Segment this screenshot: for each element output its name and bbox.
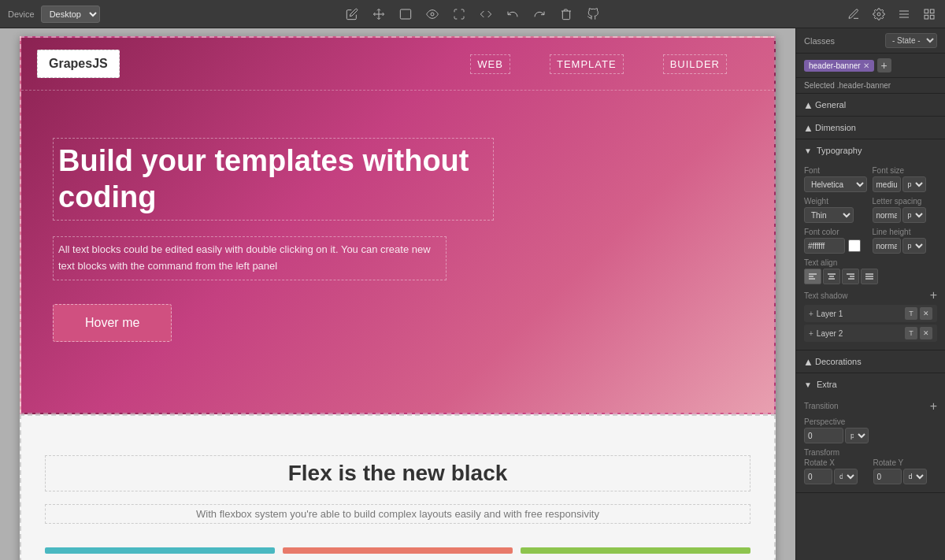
accordion-dimension-label: Dimension [815,123,856,132]
rotate-y-input[interactable] [873,469,902,484]
accordion-extra: ▼ Extra Transition + Perspective px [796,373,945,493]
shadow-layer-2-remove-btn[interactable]: ✕ [920,327,932,339]
color-row: Font color Line height px [804,228,937,254]
line-height-input[interactable] [873,238,901,254]
text-shadow-section: Text shadow + + Layer 1 T ✕ + [804,289,937,342]
accordion-typography-header[interactable]: ▼ Typography [796,139,945,161]
accordion-extra-content: Transition + Perspective px Transform [796,395,945,492]
letter-spacing-input[interactable] [873,207,901,223]
accordion-typography: ▼ Typography Font Helvetica Arial Georgi… [796,139,945,350]
transition-add-btn[interactable]: + [930,400,937,413]
color-bar-2 [283,547,513,554]
nav-link-builder[interactable]: BUILDER [663,54,727,74]
edit-icon-btn[interactable] [344,6,360,22]
nav-link-template[interactable]: TEMPLATE [550,54,624,74]
window-icon-btn[interactable] [398,6,413,22]
font-color-col: Font color [804,228,869,254]
text-shadow-add-btn[interactable]: + [930,289,937,302]
logo-box[interactable]: GrapesJS [37,50,120,78]
font-size-unit[interactable]: px [902,176,926,192]
redo-icon-btn[interactable] [532,6,547,22]
rotate-x-input[interactable] [804,469,832,484]
rotate-y-unit[interactable]: deg [903,469,927,484]
svg-rect-7 [930,9,934,13]
align-right-icon [846,272,855,281]
selected-info: Selected .header-banner [796,78,945,94]
banner-subtitle[interactable]: All text blocks could be edited easily w… [53,236,447,280]
shadow-layer-2-plus[interactable]: + [809,329,813,338]
layers-toolbar-btn[interactable] [896,6,912,22]
font-col: Font Helvetica Arial Georgia [804,166,869,192]
line-height-unit[interactable]: px [902,238,926,254]
flex-section-title[interactable]: Flex is the new black [45,455,750,491]
state-dropdown[interactable]: - State - [885,33,937,48]
move-icon [372,8,385,20]
accordion-dimension-header[interactable]: ▶ Dimension [796,117,945,139]
align-left-btn[interactable] [804,269,821,284]
trash-icon-btn[interactable] [558,6,574,22]
toolbar-left: Device Desktop Tablet Mobile [8,6,100,23]
class-tag-header-banner[interactable]: header-banner ✕ [804,60,874,72]
eye-icon-btn[interactable] [424,6,440,22]
add-class-button[interactable]: + [877,58,891,72]
perspective-unit[interactable]: px [845,428,869,443]
color-bar-1 [45,547,275,554]
weight-select[interactable]: Thin Normal Bold [804,207,854,223]
shadow-layer-2: + Layer 2 T ✕ [804,325,937,342]
settings-toolbar-btn[interactable] [871,6,887,22]
accordion-decorations-header[interactable]: ▶ Decorations [796,350,945,373]
blocks-toolbar-btn[interactable] [921,6,937,22]
rotate-y-group: deg [873,469,938,484]
banner-nav: GrapesJS WEB TEMPLATE BUILDER [21,38,774,91]
svg-point-1 [431,13,434,16]
accordion-extra-header[interactable]: ▼ Extra [796,373,945,395]
undo-icon-btn[interactable] [505,6,521,22]
class-tag-remove[interactable]: ✕ [863,61,869,70]
pencil-toolbar-btn[interactable] [846,6,862,22]
nav-link-web[interactable]: WEB [470,54,510,74]
align-right-btn[interactable] [842,269,859,284]
header-banner[interactable]: GrapesJS WEB TEMPLATE BUILDER Build your… [20,36,776,414]
rotate-x-unit[interactable]: deg [834,469,858,484]
font-size-input[interactable] [873,176,901,192]
device-select[interactable]: Desktop Tablet Mobile [41,6,100,23]
shadow-layer-1-remove-btn[interactable]: ✕ [920,307,932,320]
transform-label: Transform [804,448,937,457]
line-height-label: Line height [873,228,938,236]
font-select[interactable]: Helvetica Arial Georgia [804,176,867,192]
code-icon-btn[interactable] [478,6,494,22]
letter-spacing-group: px [873,207,938,223]
shadow-layer-1-edit-btn[interactable]: T [905,307,917,320]
blocks-toolbar-icon [923,8,936,20]
svg-point-2 [877,13,880,16]
align-buttons [804,269,937,284]
canvas-wrapper: GrapesJS WEB TEMPLATE BUILDER Build your… [20,36,776,560]
shadow-layer-1: + Layer 1 T ✕ [804,305,937,322]
font-color-swatch[interactable] [848,239,861,252]
svg-rect-8 [925,15,928,19]
weight-label: Weight [804,197,869,206]
move-icon-btn[interactable] [371,6,387,22]
perspective-input[interactable] [804,428,843,443]
device-label: Device [8,9,35,19]
github-icon-btn[interactable] [585,6,601,22]
rotate-y-col: Rotate Y deg [873,458,938,484]
flex-section-subtitle[interactable]: With flexbox system you're able to build… [45,504,750,524]
shadow-layer-2-edit-btn[interactable]: T [905,327,917,339]
fullscreen-icon-btn[interactable] [451,6,467,22]
banner-title[interactable]: Build your templates without coding [53,138,494,221]
selected-text: Selected [804,81,837,90]
hover-me-button[interactable]: Hover me [53,304,172,342]
align-center-btn[interactable] [823,269,840,284]
shadow-layer-1-plus[interactable]: + [809,310,813,318]
align-justify-btn[interactable] [861,269,878,284]
letter-spacing-unit[interactable]: px [902,207,926,223]
accordion-general-header[interactable]: ▶ General [796,94,945,116]
accordion-extra-label: Extra [817,380,837,389]
canvas-area[interactable]: GrapesJS WEB TEMPLATE BUILDER Build your… [0,28,795,560]
transition-label: Transition [804,402,839,410]
class-tag-name: header-banner [809,61,861,70]
fullscreen-icon [453,8,465,20]
font-color-input[interactable] [804,238,845,254]
weight-row: Weight Thin Normal Bold Letter spacing p… [804,197,937,223]
